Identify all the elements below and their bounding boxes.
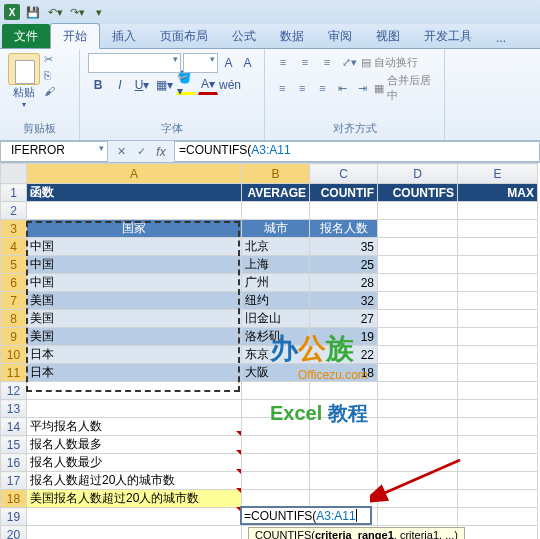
- row-header[interactable]: 9: [1, 328, 27, 346]
- cell[interactable]: COUNTIFS: [378, 184, 458, 202]
- row-header[interactable]: 19: [1, 508, 27, 526]
- cell[interactable]: 大阪: [242, 364, 310, 382]
- col-header-E[interactable]: E: [458, 164, 538, 184]
- cell[interactable]: MAX: [458, 184, 538, 202]
- cell[interactable]: 35: [310, 238, 378, 256]
- underline-button[interactable]: U▾: [132, 75, 152, 95]
- enter-formula-icon[interactable]: ✓: [132, 143, 150, 161]
- font-family-dropdown[interactable]: [88, 53, 181, 73]
- orientation-icon[interactable]: ⤢▾: [339, 53, 359, 71]
- increase-indent-icon[interactable]: ⇥: [354, 79, 372, 97]
- cell[interactable]: 报名人数超过20人的城市数: [27, 472, 242, 490]
- bold-button[interactable]: B: [88, 75, 108, 95]
- cell[interactable]: 22: [310, 346, 378, 364]
- wrap-text-button[interactable]: ▤自动换行: [361, 55, 418, 70]
- cell[interactable]: 纽约: [242, 292, 310, 310]
- col-header-A[interactable]: A: [27, 164, 242, 184]
- row-header[interactable]: 11: [1, 364, 27, 382]
- redo-icon[interactable]: ↷▾: [68, 3, 86, 21]
- cell[interactable]: 报名人数最多: [27, 436, 242, 454]
- align-middle-icon[interactable]: ≡: [295, 53, 315, 71]
- cell[interactable]: 报名人数最少: [27, 454, 242, 472]
- grid[interactable]: A B C D E 1函数AVERAGECOUNTIFCOUNTIFSMAX 2…: [0, 163, 538, 539]
- row-header[interactable]: 18: [1, 490, 27, 508]
- undo-icon[interactable]: ↶▾: [46, 3, 64, 21]
- copy-icon[interactable]: ⎘: [44, 69, 60, 83]
- cell[interactable]: 美国: [27, 292, 242, 310]
- paste-button[interactable]: 粘贴 ▾: [8, 53, 40, 109]
- cell[interactable]: 国家: [27, 220, 242, 238]
- row-header[interactable]: 13: [1, 400, 27, 418]
- cell[interactable]: 25: [310, 256, 378, 274]
- row-header[interactable]: 6: [1, 274, 27, 292]
- border-button[interactable]: ▦▾: [154, 75, 174, 95]
- formula-bar[interactable]: =COUNTIFS(A3:A11: [174, 141, 540, 162]
- row-header[interactable]: 14: [1, 418, 27, 436]
- row-header[interactable]: 12: [1, 382, 27, 400]
- cell[interactable]: 报名人数: [310, 220, 378, 238]
- decrease-indent-icon[interactable]: ⇤: [334, 79, 352, 97]
- name-box[interactable]: IFERROR: [0, 141, 108, 162]
- row-header[interactable]: 3: [1, 220, 27, 238]
- align-bottom-icon[interactable]: ≡: [317, 53, 337, 71]
- row-header[interactable]: 10: [1, 346, 27, 364]
- qat-dropdown-icon[interactable]: ▾: [90, 3, 108, 21]
- cell[interactable]: 中国: [27, 256, 242, 274]
- font-color-button[interactable]: A▾: [198, 75, 218, 95]
- cell[interactable]: 北京: [242, 238, 310, 256]
- cell[interactable]: 27: [310, 310, 378, 328]
- cell[interactable]: 28: [310, 274, 378, 292]
- row-header[interactable]: 2: [1, 202, 27, 220]
- tab-dev[interactable]: 开发工具: [412, 24, 484, 48]
- row-header[interactable]: 20: [1, 526, 27, 540]
- select-all-corner[interactable]: [1, 164, 27, 184]
- tab-more[interactable]: ...: [484, 27, 518, 48]
- save-icon[interactable]: 💾: [24, 3, 42, 21]
- cell[interactable]: 东京: [242, 346, 310, 364]
- cell[interactable]: 平均报名人数: [27, 418, 242, 436]
- worksheet[interactable]: A B C D E 1函数AVERAGECOUNTIFCOUNTIFSMAX 2…: [0, 163, 540, 539]
- cell[interactable]: 城市: [242, 220, 310, 238]
- cell[interactable]: 中国: [27, 238, 242, 256]
- cell[interactable]: 美国: [27, 328, 242, 346]
- col-header-B[interactable]: B: [242, 164, 310, 184]
- cell[interactable]: 日本: [27, 346, 242, 364]
- align-left-icon[interactable]: ≡: [273, 79, 291, 97]
- cell[interactable]: 函数: [27, 184, 242, 202]
- phonetic-button[interactable]: wén: [220, 75, 240, 95]
- font-size-dropdown[interactable]: [183, 53, 218, 73]
- row-header[interactable]: 5: [1, 256, 27, 274]
- cell[interactable]: 日本: [27, 364, 242, 382]
- tab-view[interactable]: 视图: [364, 24, 412, 48]
- cell[interactable]: 上海: [242, 256, 310, 274]
- italic-button[interactable]: I: [110, 75, 130, 95]
- cell[interactable]: 19: [310, 328, 378, 346]
- row-header[interactable]: 1: [1, 184, 27, 202]
- tab-home[interactable]: 开始: [50, 23, 100, 49]
- tab-review[interactable]: 审阅: [316, 24, 364, 48]
- align-center-icon[interactable]: ≡: [293, 79, 311, 97]
- cell[interactable]: 18: [310, 364, 378, 382]
- row-header[interactable]: 17: [1, 472, 27, 490]
- row-header[interactable]: 15: [1, 436, 27, 454]
- tab-layout[interactable]: 页面布局: [148, 24, 220, 48]
- fx-icon[interactable]: fx: [152, 143, 170, 161]
- cell[interactable]: 洛杉矶: [242, 328, 310, 346]
- cell[interactable]: 广州: [242, 274, 310, 292]
- cell[interactable]: 旧金山: [242, 310, 310, 328]
- increase-font-icon[interactable]: A: [220, 53, 237, 73]
- cut-icon[interactable]: ✂: [44, 53, 60, 67]
- tab-data[interactable]: 数据: [268, 24, 316, 48]
- active-cell-edit[interactable]: =COUNTIFS(A3:A11: [240, 506, 372, 525]
- row-header[interactable]: 16: [1, 454, 27, 472]
- cell[interactable]: COUNTIF: [310, 184, 378, 202]
- row-header[interactable]: 7: [1, 292, 27, 310]
- align-top-icon[interactable]: ≡: [273, 53, 293, 71]
- cancel-formula-icon[interactable]: ✕: [112, 143, 130, 161]
- cell[interactable]: 32: [310, 292, 378, 310]
- tab-insert[interactable]: 插入: [100, 24, 148, 48]
- cell[interactable]: 中国: [27, 274, 242, 292]
- col-header-D[interactable]: D: [378, 164, 458, 184]
- format-painter-icon[interactable]: 🖌: [44, 85, 60, 99]
- tab-file[interactable]: 文件: [2, 24, 50, 48]
